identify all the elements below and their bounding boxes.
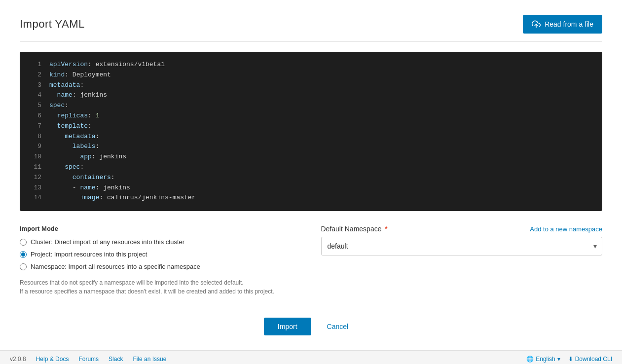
code-line-8: 8 metadata: bbox=[20, 132, 602, 142]
radio-namespace[interactable] bbox=[20, 263, 27, 270]
footer-right: 🌐 English ▾ ⬇ Download CLI bbox=[526, 356, 612, 363]
footer: v2.0.8 Help & Docs Forums Slack File an … bbox=[0, 350, 622, 364]
namespace-select-wrapper: default ▾ bbox=[321, 237, 603, 255]
line-number: 3 bbox=[28, 80, 41, 91]
footer-link-help[interactable]: Help & Docs bbox=[36, 356, 69, 363]
upload-icon bbox=[532, 20, 541, 29]
add-namespace-link[interactable]: Add to a new namespace bbox=[530, 225, 602, 233]
radio-cluster[interactable] bbox=[20, 239, 27, 246]
code-line-1: 1 apiVersion: extensions/v1beta1 bbox=[20, 60, 602, 70]
footer-left: v2.0.8 Help & Docs Forums Slack File an … bbox=[10, 356, 166, 363]
code-line-6: 6 replicas: 1 bbox=[20, 111, 602, 121]
code-line-13: 13 - name: jenkins bbox=[20, 183, 602, 193]
line-number: 13 bbox=[28, 183, 41, 193]
import-mode-section: Import Mode Cluster: Direct import of an… bbox=[20, 225, 301, 296]
import-options: Import Mode Cluster: Direct import of an… bbox=[20, 225, 602, 296]
line-number: 6 bbox=[28, 111, 41, 121]
namespace-header: Default Namespace * Add to a new namespa… bbox=[321, 225, 603, 233]
import-mode-radio-group: Cluster: Direct import of any resources … bbox=[20, 238, 301, 270]
line-number: 7 bbox=[28, 121, 41, 132]
page-title: Import YAML bbox=[20, 18, 85, 31]
radio-option-project[interactable]: Project: Import resources into this proj… bbox=[20, 251, 301, 258]
radio-project[interactable] bbox=[20, 251, 27, 258]
line-number: 4 bbox=[28, 90, 41, 101]
download-icon: ⬇ bbox=[568, 356, 573, 363]
main-content: Import YAML Read from a file 1 apiVersio… bbox=[0, 0, 622, 350]
code-line-3: 3 metadata: bbox=[20, 80, 602, 91]
footer-link-slack[interactable]: Slack bbox=[109, 356, 123, 363]
code-line-7: 7 template: bbox=[20, 121, 602, 132]
line-number: 2 bbox=[28, 70, 41, 80]
cancel-button[interactable]: Cancel bbox=[317, 318, 359, 335]
line-number: 9 bbox=[28, 142, 41, 152]
code-line-9: 9 labels: bbox=[20, 142, 602, 152]
info-text: Resources that do not specify a namespac… bbox=[20, 278, 301, 296]
line-number: 10 bbox=[28, 152, 41, 162]
line-number: 11 bbox=[28, 162, 41, 173]
radio-option-namespace[interactable]: Namespace: Import all resources into a s… bbox=[20, 263, 301, 270]
line-number: 12 bbox=[28, 173, 41, 183]
code-line-2: 2 kind: Deployment bbox=[20, 70, 602, 80]
read-from-file-button[interactable]: Read from a file bbox=[523, 15, 602, 34]
code-line-10: 10 app: jenkins bbox=[20, 152, 602, 162]
code-line-4: 4 name: jenkins bbox=[20, 90, 602, 101]
namespace-label: Default Namespace * bbox=[321, 225, 388, 233]
radio-namespace-label: Namespace: Import all resources into a s… bbox=[31, 263, 200, 270]
chevron-down-icon: ▾ bbox=[557, 356, 560, 363]
line-number: 8 bbox=[28, 132, 41, 142]
radio-cluster-label: Cluster: Direct import of any resources … bbox=[31, 238, 184, 246]
footer-version: v2.0.8 bbox=[10, 356, 26, 363]
line-number: 14 bbox=[28, 193, 41, 203]
footer-link-issue[interactable]: File an Issue bbox=[133, 356, 166, 363]
download-cli-link[interactable]: ⬇ Download CLI bbox=[568, 356, 612, 363]
footer-link-forums[interactable]: Forums bbox=[78, 356, 99, 363]
import-button[interactable]: Import bbox=[264, 318, 311, 335]
language-selector[interactable]: 🌐 English ▾ bbox=[526, 356, 560, 363]
code-line-14: 14 image: calinrus/jenkins-master bbox=[20, 193, 602, 203]
download-label: Download CLI bbox=[575, 356, 612, 363]
page-wrapper: Import YAML Read from a file 1 apiVersio… bbox=[0, 0, 622, 364]
language-label: English bbox=[536, 356, 555, 363]
code-line-5: 5 spec: bbox=[20, 101, 602, 111]
read-file-label: Read from a file bbox=[545, 20, 593, 28]
radio-option-cluster[interactable]: Cluster: Direct import of any resources … bbox=[20, 238, 301, 246]
globe-icon: 🌐 bbox=[526, 356, 534, 363]
code-line-11: 11 spec: bbox=[20, 162, 602, 173]
header-row: Import YAML Read from a file bbox=[20, 15, 602, 42]
code-editor: 1 apiVersion: extensions/v1beta1 2 kind:… bbox=[20, 52, 602, 211]
required-star: * bbox=[385, 225, 387, 233]
line-number: 1 bbox=[28, 60, 41, 70]
namespace-section: Default Namespace * Add to a new namespa… bbox=[321, 225, 603, 255]
namespace-select[interactable]: default bbox=[322, 237, 602, 255]
code-line-12: 12 containers: bbox=[20, 173, 602, 183]
line-number: 5 bbox=[28, 101, 41, 111]
import-mode-label: Import Mode bbox=[20, 225, 301, 232]
action-buttons: Import Cancel bbox=[20, 314, 602, 335]
radio-project-label: Project: Import resources into this proj… bbox=[31, 251, 147, 258]
